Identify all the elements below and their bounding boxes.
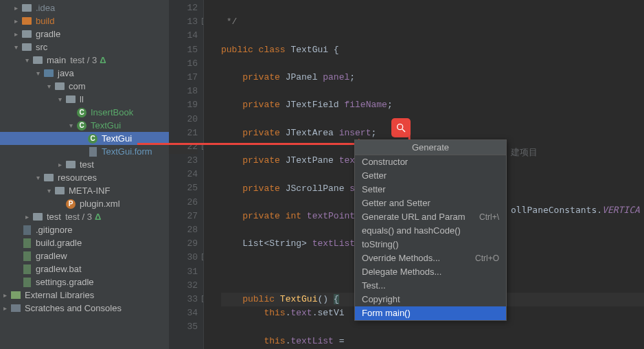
- code-text: text: [290, 308, 312, 318]
- chevron-down-icon: ▾: [55, 95, 65, 103]
- code-text: textList: [290, 336, 333, 346]
- menu-item-form-main[interactable]: Form main(): [355, 306, 506, 320]
- source-folder-icon: [44, 69, 54, 77]
- tree-item-insertbook[interactable]: CInsertBook: [0, 106, 169, 119]
- code-text: */: [227, 16, 238, 27]
- package-icon: [66, 95, 76, 103]
- menu-item-getter-setter[interactable]: Getter and Setter: [355, 196, 506, 210]
- tree-item-buildgradle[interactable]: build.gradle: [0, 236, 169, 249]
- vcs-info: test / 3: [70, 55, 97, 65]
- chevron-right-icon: ▸: [11, 30, 21, 38]
- menu-item-override[interactable]: Override Methods...Ctrl+O: [355, 251, 506, 265]
- menu-label: Delegate Methods...: [362, 265, 441, 279]
- folder-icon: [22, 17, 32, 25]
- tree-item-build[interactable]: ▸build: [0, 14, 169, 27]
- package-icon: [66, 161, 76, 168]
- gradle-icon: [23, 238, 31, 248]
- tree-item-main[interactable]: ▾maintest / 3Δ: [0, 54, 169, 67]
- tree-item-settingsgradle[interactable]: settings.gradle: [0, 275, 169, 289]
- code-text: insert: [339, 128, 371, 138]
- menu-item-equals[interactable]: equals() and hashCode(): [355, 224, 506, 238]
- gradle-icon: [23, 278, 31, 287]
- tree-label: External Libraries: [25, 290, 94, 300]
- tree-label: .idea: [36, 3, 55, 13]
- tree-label: java: [58, 68, 74, 78]
- tree-item-gradlew[interactable]: gradlew: [0, 249, 169, 262]
- tree-label: gradlew: [36, 251, 67, 261]
- code-text: JTextField: [286, 100, 345, 110]
- tree-item-resources[interactable]: ▾resources: [0, 171, 169, 184]
- code-text: JScrollPane: [286, 183, 350, 194]
- folder-icon: [22, 4, 32, 12]
- tree-item-pluginxml[interactable]: Pplugin.xml: [0, 197, 169, 210]
- tree-item-src[interactable]: ▾src: [0, 41, 169, 54]
- code-text: panel: [323, 72, 349, 82]
- chevron-right-icon: ▸: [0, 291, 10, 299]
- chevron-down-icon: ▾: [33, 69, 43, 77]
- menu-item-setter[interactable]: Setter: [355, 183, 506, 196]
- menu-label: Override Methods...: [362, 251, 440, 265]
- tree-item-gradle[interactable]: ▸gradle: [0, 27, 169, 41]
- gutter-stripe: [203, 0, 216, 349]
- tree-item-gitignore[interactable]: .gitignore: [0, 223, 169, 236]
- delta-icon: Δ: [100, 55, 106, 65]
- search-button[interactable]: [391, 118, 411, 137]
- tree-item-textgui-form[interactable]: TextGui.form: [0, 145, 169, 158]
- tree-item-java[interactable]: ▾java: [0, 67, 169, 80]
- menu-label: Form main(): [362, 306, 411, 320]
- tree-label: gradle: [36, 29, 60, 39]
- tree-label: TextGui.form: [102, 146, 152, 157]
- tree-item-textgui-selected[interactable]: CTextGui: [0, 132, 169, 145]
- menu-item-constructor[interactable]: Constructor: [355, 155, 506, 169]
- menu-item-getter[interactable]: Getter: [355, 169, 506, 183]
- menu-label: Getter: [362, 169, 387, 183]
- tree-item-idea[interactable]: ▸.idea: [0, 1, 169, 14]
- tree-item-ll[interactable]: ▾ll: [0, 93, 169, 106]
- shortcut: Ctrl+\: [479, 210, 499, 224]
- tree-item-metainf[interactable]: ▾META-INF: [0, 184, 169, 197]
- code-text: private: [242, 155, 285, 166]
- tree-item-test-pkg[interactable]: ▸test: [0, 158, 169, 171]
- tree-label: InsertBook: [91, 107, 133, 117]
- menu-label: Getter and Setter: [362, 196, 430, 210]
- package-icon: [55, 82, 65, 90]
- menu-item-gen-url[interactable]: Generate URL and ParamCtrl+\: [355, 210, 506, 224]
- gradle-icon: [23, 264, 31, 274]
- tree-label: src: [36, 42, 47, 52]
- tree-label: settings.gradle: [36, 277, 94, 287]
- folder-icon: [33, 56, 43, 64]
- form-icon: [89, 147, 97, 157]
- tree-item-gradlewbat[interactable]: gradlew.bat: [0, 262, 169, 275]
- code-text: textPoint: [307, 211, 360, 221]
- vcs-info: test / 3: [65, 212, 92, 222]
- menu-item-tostring[interactable]: toString(): [355, 238, 506, 251]
- scratches-icon: [11, 304, 21, 312]
- code-text: textList: [312, 238, 355, 249]
- tree-item-scratches[interactable]: ▸Scratches and Consoles: [0, 302, 169, 315]
- code-text: private: [242, 183, 285, 194]
- menu-item-delegate[interactable]: Delegate Methods...: [355, 265, 506, 279]
- menu-label: Generate URL and Param: [362, 210, 465, 224]
- code-text: private: [242, 72, 285, 82]
- project-tree[interactable]: ▸.idea ▸build ▸gradle ▾src ▾maintest / 3…: [0, 0, 169, 349]
- menu-label: Constructor: [362, 155, 408, 169]
- tree-label: test: [80, 159, 94, 170]
- code-text: =: [334, 336, 345, 346]
- code-text: private int: [242, 211, 307, 221]
- tree-item-textgui[interactable]: ▾CTextGui: [0, 119, 169, 132]
- tree-item-com[interactable]: ▾com: [0, 80, 169, 93]
- tree-item-external-libs[interactable]: ▸External Libraries: [0, 289, 169, 302]
- search-icon: [395, 122, 406, 133]
- tree-label: Scratches and Consoles: [25, 303, 122, 313]
- folder-icon: [55, 187, 65, 194]
- code-text: private: [242, 100, 285, 110]
- chevron-down-icon: ▾: [33, 174, 43, 181]
- code-text: ollPaneConstants.VERTICA: [511, 205, 640, 215]
- menu-item-test[interactable]: Test...: [355, 279, 506, 293]
- library-icon: [11, 291, 21, 299]
- svg-point-0: [398, 124, 403, 130]
- menu-item-copyright[interactable]: Copyright: [355, 293, 506, 306]
- shortcut: Ctrl+O: [475, 251, 499, 265]
- delta-icon: Δ: [95, 212, 101, 222]
- tree-item-test-mod[interactable]: ▸testtest / 3Δ: [0, 210, 169, 223]
